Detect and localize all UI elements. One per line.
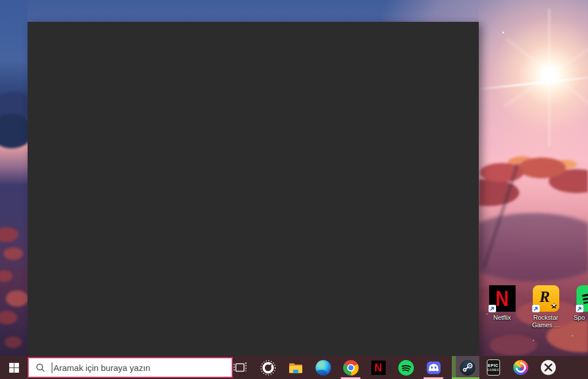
search-input[interactable]: Aramak için buraya yazın: [28, 357, 233, 378]
task-view-icon: [233, 360, 248, 375]
steam-icon: [460, 360, 475, 376]
taskbar-buttons: N: [226, 356, 562, 379]
epic-text: EPIC: [488, 363, 498, 368]
app-window[interactable]: [28, 22, 479, 356]
search-icon: [36, 363, 45, 373]
gauge-app-button[interactable]: [254, 356, 282, 379]
star: [572, 335, 573, 336]
desktop-icon-spotify[interactable]: Spo: [568, 285, 588, 329]
ubisoft-icon: [513, 360, 528, 375]
desktop-icon-label: Games ...: [532, 321, 560, 329]
rockstar-star-inner: ★: [552, 303, 556, 308]
netflix-letter: N: [495, 288, 509, 309]
netflix-button[interactable]: N: [364, 356, 392, 379]
left-scenery: [0, 0, 28, 356]
xbox-button[interactable]: [535, 356, 562, 379]
epic-games-icon: EPIC GAMES: [487, 359, 500, 376]
cloud-blob: [6, 290, 28, 307]
gauge-icon: [260, 360, 276, 376]
shortcut-arrow-icon: [489, 305, 496, 312]
cloud-blob: [3, 247, 23, 260]
star: [502, 32, 504, 33]
chrome-icon: [343, 360, 359, 376]
windows-logo-icon: [9, 363, 19, 373]
discord-button[interactable]: [420, 356, 447, 379]
rockstar-letter: R: [539, 288, 549, 306]
netflix-icon: N: [371, 361, 386, 375]
desktop-screen: N Netflix R ★ ★ Rockstar Games ...: [0, 0, 588, 379]
cloud-blob: [0, 270, 13, 282]
desktop-icons: N Netflix R ★ ★ Rockstar Games ...: [481, 285, 588, 329]
netflix-logo: N: [489, 285, 516, 312]
task-view-button[interactable]: [226, 356, 254, 379]
start-button[interactable]: [0, 356, 28, 379]
shortcut-arrow-icon: [532, 305, 540, 312]
edge-icon: [316, 360, 331, 376]
epic-text: GAMES: [487, 368, 499, 372]
edge-button[interactable]: [309, 356, 337, 379]
search-placeholder: Aramak için buraya yazın: [53, 363, 150, 373]
cloud-blob: [0, 311, 17, 324]
desktop-icon-netflix[interactable]: N Netflix: [481, 285, 524, 329]
text-caret: [52, 362, 52, 373]
ubisoft-connect-button[interactable]: [507, 356, 535, 379]
cloud-blob: [0, 227, 18, 242]
steam-green-stripe: [452, 356, 456, 379]
steam-button[interactable]: [456, 356, 479, 379]
file-explorer-icon: [288, 360, 303, 376]
taskbar: Aramak için buraya yazın: [0, 356, 588, 379]
desktop-icon-rockstar-games[interactable]: R ★ ★ Rockstar Games ...: [524, 285, 567, 329]
rockstar-logo: R ★ ★: [533, 285, 559, 312]
file-explorer-button[interactable]: [282, 356, 309, 379]
mountain-blob: [0, 114, 28, 148]
chrome-button[interactable]: [337, 356, 364, 379]
star: [533, 340, 534, 341]
desktop-icon-label: Netflix: [493, 314, 511, 321]
shortcut-arrow-icon: [576, 305, 583, 312]
spotify-button[interactable]: [392, 356, 420, 379]
desktop-icon-label: Rockstar: [533, 314, 558, 321]
desktop-icon-label: Spo: [568, 314, 585, 321]
steam-slot: [452, 356, 479, 379]
epic-games-button[interactable]: EPIC GAMES: [479, 356, 507, 379]
spotify-logo: [577, 285, 588, 312]
discord-icon: [426, 360, 441, 376]
spotify-icon: [398, 360, 414, 376]
xbox-icon: [541, 360, 556, 375]
taskbar-spacer: [447, 356, 452, 379]
cloud-blob: [5, 336, 22, 348]
